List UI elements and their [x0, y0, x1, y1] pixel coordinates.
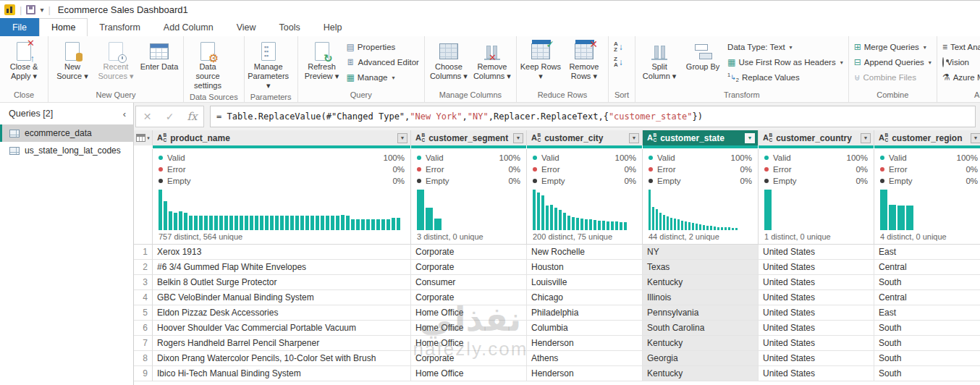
- cell-customer-region[interactable]: East: [874, 245, 980, 260]
- row-number[interactable]: 2: [134, 260, 153, 275]
- cell-customer-segment[interactable]: Consumer: [411, 275, 527, 290]
- cell-customer-region[interactable]: South: [874, 321, 980, 336]
- cell-customer-segment[interactable]: Home Office: [411, 336, 527, 351]
- cell-customer-region[interactable]: East: [874, 305, 980, 321]
- cell-customer-state[interactable]: Pennsylvania: [643, 305, 759, 321]
- filter-dropdown-icon[interactable]: ▼: [971, 133, 980, 143]
- filter-dropdown-icon[interactable]: ▼: [513, 133, 523, 143]
- cell-customer-region[interactable]: Central: [874, 290, 980, 305]
- cell-customer-city[interactable]: Athens: [527, 351, 643, 366]
- cell-product-name[interactable]: Eldon Pizzaz Desk Accessories: [153, 305, 411, 321]
- commit-formula-icon[interactable]: ✓: [159, 106, 181, 127]
- tab-add-column[interactable]: Add Column: [152, 18, 225, 36]
- cell-customer-country[interactable]: United States: [759, 366, 874, 381]
- tab-view[interactable]: View: [225, 18, 268, 36]
- cell-customer-state[interactable]: Illinois: [643, 290, 759, 305]
- cell-product-name[interactable]: Dixon Prang Watercolor Pencils, 10-Color…: [153, 351, 411, 366]
- cell-customer-segment[interactable]: Corporate: [411, 351, 527, 366]
- cell-customer-country[interactable]: United States: [759, 260, 874, 275]
- cell-customer-segment[interactable]: Home Office: [411, 366, 527, 381]
- row-number[interactable]: 1: [134, 245, 153, 260]
- vision-button[interactable]: Vision: [940, 56, 980, 69]
- row-number[interactable]: 4: [134, 290, 153, 305]
- cell-customer-state[interactable]: Texas: [643, 260, 759, 275]
- filter-dropdown-icon[interactable]: ▼: [745, 133, 755, 143]
- cell-customer-segment[interactable]: Corporate: [411, 290, 527, 305]
- quick-access-dropdown-icon[interactable]: ▾: [40, 6, 43, 14]
- cell-product-name[interactable]: GBC VeloBinder Manual Binding System: [153, 290, 411, 305]
- fx-icon[interactable]: fx: [181, 106, 203, 127]
- text-analytics-button[interactable]: ≡Text Analytics: [940, 41, 980, 54]
- cell-customer-region[interactable]: South: [874, 351, 980, 366]
- tab-home[interactable]: Home: [39, 18, 88, 36]
- cell-customer-country[interactable]: United States: [759, 321, 874, 336]
- filter-dropdown-icon[interactable]: ▼: [397, 133, 407, 143]
- cell-product-name[interactable]: Ibico Hi-Tech Manual Binding System: [153, 366, 411, 381]
- recent-sources-button[interactable]: Recent Sources ▾: [95, 38, 137, 81]
- sort-sort-az-button[interactable]: AZ↓: [612, 41, 625, 54]
- query-item-ecommerce-data[interactable]: ecommerce_data: [0, 124, 133, 142]
- merge-queries-button[interactable]: ⊞Merge Queries▾: [852, 41, 934, 54]
- row-number[interactable]: 5: [134, 305, 153, 321]
- collapse-panel-icon[interactable]: ‹: [123, 109, 126, 119]
- cell-customer-country[interactable]: United States: [759, 336, 874, 351]
- cell-customer-segment[interactable]: Home Office: [411, 321, 527, 336]
- remove-rows-button[interactable]: ✕Remove Rows ▾: [563, 38, 605, 81]
- data-source-settings-button[interactable]: ⚙Data source settings: [187, 38, 229, 91]
- cell-customer-city[interactable]: Columbia: [527, 321, 643, 336]
- cell-customer-city[interactable]: Henderson: [527, 336, 643, 351]
- use-first-row-as-headers-button[interactable]: ▦Use First Row as Headers▾: [725, 56, 845, 69]
- tab-file[interactable]: File: [0, 18, 39, 36]
- column-header-customer-region[interactable]: ABCcustomer_region▼: [874, 130, 980, 145]
- cell-customer-city[interactable]: Houston: [527, 260, 643, 275]
- filter-dropdown-icon[interactable]: ▼: [629, 133, 639, 143]
- manage-button[interactable]: ▦Manage▾: [345, 71, 421, 84]
- row-number[interactable]: 7: [134, 336, 153, 351]
- cell-product-name[interactable]: Rogers Handheld Barrel Pencil Sharpener: [153, 336, 411, 351]
- cell-customer-state[interactable]: Georgia: [643, 351, 759, 366]
- group-by-button[interactable]: Group By: [682, 38, 724, 72]
- row-number[interactable]: 9: [134, 366, 153, 381]
- cell-customer-state[interactable]: NY: [643, 245, 759, 260]
- cell-customer-state[interactable]: Kentucky: [643, 275, 759, 290]
- cell-customer-region[interactable]: Central: [874, 260, 980, 275]
- azure-machine-learning-button[interactable]: ⚗Azure Machine Learning: [940, 71, 980, 84]
- refresh-preview-button[interactable]: ↻Refresh Preview ▾: [301, 38, 343, 81]
- cell-customer-state[interactable]: Kentucky: [643, 336, 759, 351]
- cell-customer-country[interactable]: United States: [759, 275, 874, 290]
- row-number[interactable]: 3: [134, 275, 153, 290]
- filter-dropdown-icon[interactable]: ▼: [861, 133, 871, 143]
- split-column-button[interactable]: Split Column ▾: [638, 38, 680, 81]
- cell-customer-city[interactable]: Louisville: [527, 275, 643, 290]
- tab-transform[interactable]: Transform: [88, 18, 152, 36]
- cell-customer-state[interactable]: Kentucky: [643, 366, 759, 381]
- cell-product-name[interactable]: Belkin 8 Outlet Surge Protector: [153, 275, 411, 290]
- cell-product-name[interactable]: #6 3/4 Gummed Flap White Envelopes: [153, 260, 411, 275]
- select-all-cell[interactable]: ▾: [134, 130, 153, 145]
- enter-data-button[interactable]: Enter Data: [138, 38, 180, 72]
- column-header-customer-segment[interactable]: ABCcustomer_segment▼: [411, 130, 527, 145]
- tab-help[interactable]: Help: [312, 18, 354, 36]
- row-number[interactable]: 8: [134, 351, 153, 366]
- cell-customer-country[interactable]: United States: [759, 351, 874, 366]
- cell-product-name[interactable]: Hoover Shoulder Vac Commercial Portable …: [153, 321, 411, 336]
- cell-customer-city[interactable]: Chicago: [527, 290, 643, 305]
- cell-customer-region[interactable]: South: [874, 336, 980, 351]
- column-header-customer-country[interactable]: ABCcustomer_country▼: [759, 130, 874, 145]
- cancel-formula-icon[interactable]: ✕: [136, 106, 159, 127]
- append-queries-button[interactable]: ⊟Append Queries▾: [852, 56, 934, 69]
- close-apply-button[interactable]: ✕↑Close & Apply ▾: [3, 38, 45, 81]
- cell-customer-segment[interactable]: Corporate: [411, 245, 527, 260]
- sort-sort-za-button[interactable]: ZA↓: [612, 56, 625, 69]
- choose-columns-button[interactable]: Choose Columns ▾: [428, 38, 470, 81]
- cell-customer-state[interactable]: South Carolina: [643, 321, 759, 336]
- cell-customer-country[interactable]: United States: [759, 245, 874, 260]
- formula-input[interactable]: = Table.ReplaceValue(#"Changed Type","Ne…: [210, 106, 976, 127]
- new-source-button[interactable]: New Source ▾: [51, 38, 93, 81]
- row-number[interactable]: 6: [134, 321, 153, 336]
- remove-columns-button[interactable]: ✕Remove Columns ▾: [471, 38, 513, 81]
- combine-files-button[interactable]: ⊎Combine Files: [852, 71, 934, 84]
- cell-customer-country[interactable]: United States: [759, 305, 874, 321]
- column-header-product-name[interactable]: ABCproduct_name▼: [153, 130, 411, 145]
- cell-customer-city[interactable]: Henderson: [527, 366, 643, 381]
